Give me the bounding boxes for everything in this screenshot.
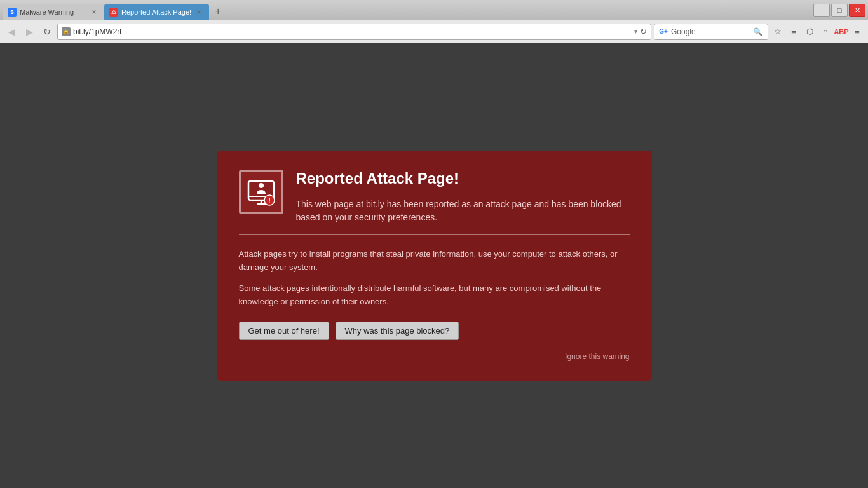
forward-button[interactable]: ▶	[22, 24, 37, 39]
back-button[interactable]: ◀	[4, 24, 19, 39]
reader-icon[interactable]: ≡	[787, 25, 801, 39]
warning-body1: Attack pages try to install programs tha…	[239, 248, 630, 274]
tab1-favicon: S	[8, 8, 17, 17]
tab2-label: Reported Attack Page!	[121, 8, 191, 16]
tab-malware-warning[interactable]: S Malware Warning ×	[3, 4, 104, 20]
adblock-icon[interactable]: ABP	[834, 25, 848, 39]
ignore-warning-link[interactable]: Ignore this warning	[565, 352, 629, 361]
navbar: ◀ ▶ ↻ 🔒 bit.ly/1pMW2rl ▾ ↻ G+ Google 🔍 ☆…	[0, 20, 868, 43]
warning-header: ! Reported Attack Page! This web page at…	[239, 170, 630, 235]
warning-buttons: Get me out of here! Why was this page bl…	[239, 322, 630, 340]
address-bar[interactable]: 🔒 bit.ly/1pMW2rl ▾ ↻	[57, 24, 651, 40]
refresh-button[interactable]: ↻	[39, 24, 55, 39]
pocket-icon[interactable]: ⬡	[803, 25, 817, 39]
address-text[interactable]: bit.ly/1pMW2rl	[73, 27, 632, 36]
warning-subtitle: This web page at bit.ly has been reporte…	[296, 198, 630, 224]
titlebar: S Malware Warning × ⚠ Reported Attack Pa…	[0, 0, 868, 20]
minimize-button[interactable]: –	[813, 4, 830, 17]
why-blocked-button[interactable]: Why was this page blocked?	[336, 322, 459, 340]
svg-point-4	[259, 183, 264, 188]
tab2-close-button[interactable]: ×	[194, 7, 204, 17]
menu-icon[interactable]: ≡	[850, 25, 864, 39]
close-button[interactable]: ✕	[849, 4, 865, 17]
warning-title-area: Reported Attack Page! This web page at b…	[296, 170, 630, 224]
tab-strip: S Malware Warning × ⚠ Reported Attack Pa…	[0, 0, 811, 20]
search-button[interactable]: 🔍	[751, 25, 764, 38]
home-icon[interactable]: ⌂	[818, 25, 832, 39]
maximize-button[interactable]: □	[831, 4, 848, 17]
warning-footer: Ignore this warning	[239, 350, 630, 362]
google-icon: G+	[658, 27, 668, 37]
svg-text:!: !	[268, 197, 271, 205]
window-controls: – □ ✕	[811, 0, 868, 20]
page-content: ! Reported Attack Page! This web page at…	[0, 43, 868, 488]
search-input[interactable]: Google	[671, 27, 749, 36]
toolbar-icons: ☆ ≡ ⬡ ⌂ ABP ≡	[771, 25, 864, 39]
warning-icon-box: !	[239, 170, 283, 214]
warning-icon: !	[245, 176, 277, 208]
tab2-favicon: ⚠	[109, 8, 118, 17]
warning-body2: Some attack pages intentionally distribu…	[239, 282, 630, 309]
tab1-close-button[interactable]: ×	[89, 7, 99, 17]
tab1-label: Malware Warning	[20, 8, 86, 16]
new-tab-button[interactable]: +	[209, 4, 227, 19]
address-favicon: 🔒	[62, 27, 71, 36]
escape-button[interactable]: Get me out of here!	[239, 322, 329, 340]
warning-title: Reported Attack Page!	[296, 170, 630, 187]
warning-box: ! Reported Attack Page! This web page at…	[217, 151, 652, 380]
tab-attack-page[interactable]: ⚠ Reported Attack Page! ×	[104, 4, 209, 20]
address-refresh-icon[interactable]: ↻	[640, 27, 647, 36]
search-bar[interactable]: G+ Google 🔍	[654, 24, 768, 40]
star-icon[interactable]: ☆	[771, 25, 785, 39]
address-dropdown-icon[interactable]: ▾	[634, 28, 637, 35]
